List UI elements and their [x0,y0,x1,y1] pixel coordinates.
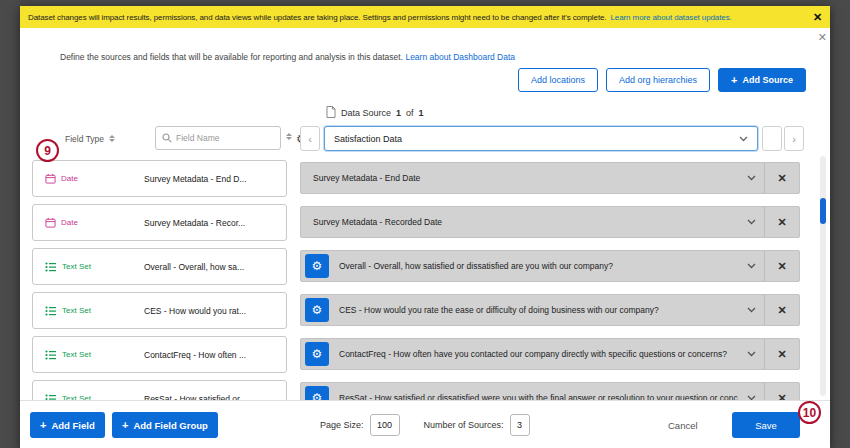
chevron-down-icon[interactable] [738,351,764,357]
plus-icon: + [40,420,46,431]
document-icon [326,106,336,120]
calendar-icon [45,217,56,228]
field-search-input[interactable] [176,133,274,143]
search-icon [162,129,172,147]
number-of-sources-input[interactable] [510,414,530,436]
close-icon: ✕ [777,348,786,361]
save-button[interactable]: Save [732,412,800,438]
annotation-callout-9: 9 [36,139,59,162]
dashboard-data-modal: Dataset changes will impact results, per… [20,6,830,448]
plus-icon: + [731,75,737,86]
add-source-label: Add Source [742,75,793,85]
chevron-down-icon [739,136,748,142]
remove-field-button[interactable]: ✕ [765,339,799,369]
data-source-title: Data Source 1 of 1 [326,106,424,120]
text-set-icon [45,306,57,316]
add-field-button[interactable]: + Add Field [30,412,105,438]
add-org-hierarchies-button[interactable]: Add org hierarchies [606,68,710,92]
source-field-row: Survey Metadata - End Date ✕ [300,162,800,194]
dataset-warning-banner: Dataset changes will impact results, per… [20,6,830,28]
chevron-down-icon[interactable] [738,175,764,181]
chevron-right-icon: › [792,133,796,145]
field-card[interactable]: Text Set Overall - Overall, how sa... [32,248,287,285]
header-actions: Add locations Add org hierarchies + Add … [518,68,806,92]
add-field-group-label: Add Field Group [133,420,207,431]
banner-text: Dataset changes will impact results, per… [28,13,606,22]
banner-close-icon[interactable]: ✕ [807,11,822,24]
field-name-label: Survey Metadata - Recor... [144,218,245,228]
cancel-button[interactable]: Cancel [668,412,698,438]
field-card[interactable]: Text Set CES - How would you rat... [32,292,287,329]
source-select-value: Satisfaction Data [334,134,402,144]
gear-icon: ⚙ [312,259,323,273]
source-nav-button[interactable] [762,126,782,151]
page-size-input[interactable] [370,414,400,436]
sort-icon[interactable] [286,133,292,140]
field-type-cell: Date [33,173,144,184]
modal-close-icon[interactable]: ✕ [818,31,827,44]
field-name-label: Overall - Overall, how sa... [144,262,244,272]
text-set-icon [45,262,57,272]
source-field-label: Survey Metadata - Recorded Date [313,217,738,227]
field-settings-button[interactable]: ⚙ [305,298,329,322]
page-size-label: Page Size: [320,420,364,430]
field-type-cell: Text Set [33,262,144,272]
field-card[interactable]: Date Survey Metadata - End D... [32,160,287,197]
add-locations-button[interactable]: Add locations [518,68,598,92]
field-type-label: Date [61,218,78,227]
field-type-cell: Date [33,217,144,228]
source-field-label: CES - How would you rate the ease or dif… [339,305,738,315]
field-name-label: ContactFreq - How often ... [144,350,246,360]
chevron-down-icon[interactable] [738,263,764,269]
footer-bar: + Add Field + Add Field Group Page Size:… [20,400,830,448]
field-card[interactable]: Date Survey Metadata - Recor... [32,204,287,241]
next-source-button[interactable]: › [784,126,804,151]
add-field-group-button[interactable]: + Add Field Group [112,412,218,438]
field-type-label: Field Type [65,134,104,144]
dashboard-data-link[interactable]: Learn about Dashboard Data [405,52,515,62]
field-search [155,126,281,150]
field-type-column-header[interactable]: Field Type [65,126,115,151]
field-name-label: Survey Metadata - End D... [144,174,247,184]
source-field-row: Survey Metadata - Recorded Date ✕ [300,206,800,238]
field-type-label: Text Set [62,262,91,271]
field-settings-button[interactable]: ⚙ [305,254,329,278]
prev-source-button[interactable]: ‹ [300,126,320,151]
source-field-row: ⚙ Overall - Overall, how satisfied or di… [300,250,800,282]
sort-icon [109,135,115,142]
source-field-label: Overall - Overall, how satisfied or diss… [339,261,738,271]
remove-field-button[interactable]: ✕ [765,207,799,237]
data-source-current: 1 [396,108,401,118]
scrollbar-thumb[interactable] [820,198,826,224]
add-source-button[interactable]: + Add Source [718,68,806,92]
source-field-row: ⚙ ContactFreq - How often have you conta… [300,338,800,370]
source-field-label: ContactFreq - How often have you contact… [339,349,738,359]
gear-icon: ⚙ [312,347,323,361]
vertical-scrollbar[interactable] [820,156,826,396]
annotation-callout-10: 10 [798,401,821,424]
banner-learn-more-link[interactable]: Learn more about dataset updates. [610,13,731,22]
close-icon: ✕ [777,172,786,185]
field-card[interactable]: Text Set ContactFreq - How often ... [32,336,287,373]
pagination-settings: Page Size: Number of Sources: [320,401,530,448]
remove-field-button[interactable]: ✕ [765,295,799,325]
remove-field-button[interactable]: ✕ [765,163,799,193]
add-field-label: Add Field [51,420,94,431]
field-type-cell: Text Set [33,350,144,360]
field-type-cell: Text Set [33,306,144,316]
field-settings-button[interactable]: ⚙ [305,342,329,366]
chevron-down-icon[interactable] [738,219,764,225]
text-set-icon [45,350,57,360]
close-icon: ✕ [777,216,786,229]
chevron-left-icon: ‹ [308,133,312,145]
plus-icon: + [122,420,128,431]
intro-text: Define the sources and fields that will … [60,52,515,62]
data-source-label: Data Source [341,108,391,118]
intro-sentence: Define the sources and fields that will … [60,52,403,62]
gear-icon: ⚙ [312,303,323,317]
number-of-sources-label: Number of Sources: [424,420,504,430]
remove-field-button[interactable]: ✕ [765,251,799,281]
source-select-dropdown[interactable]: Satisfaction Data [324,126,758,151]
chevron-down-icon[interactable] [738,307,764,313]
field-type-label: Text Set [62,350,91,359]
